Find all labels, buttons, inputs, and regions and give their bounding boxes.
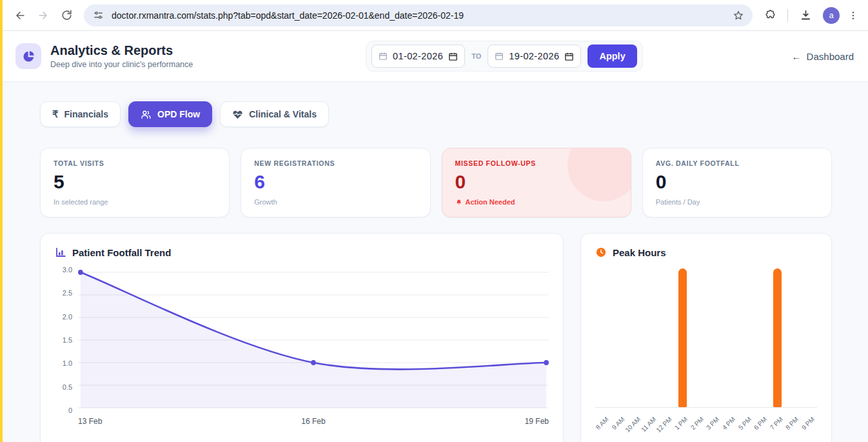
bar-slot — [675, 268, 691, 407]
stat-card-avg-footfall: AVG. DAILY FOOTFALL 0 Patients / Day — [642, 148, 832, 217]
stat-card-new-registrations: NEW REGISTRATIONS 6 Growth — [241, 148, 430, 217]
hour-tick-label: 8 AM — [595, 416, 610, 431]
hour-tick-label: 9 AM — [610, 416, 626, 431]
bar-label-slot: 4 PM — [722, 410, 738, 436]
y-tick-label: 1.0 — [63, 359, 72, 367]
peak-hour-bar — [773, 268, 782, 407]
date-picker-icon[interactable] — [564, 52, 574, 61]
calendar-icon — [379, 52, 388, 61]
bar-slot — [706, 268, 722, 407]
back-button[interactable] — [9, 5, 31, 26]
stat-value: 6 — [254, 171, 417, 192]
footfall-chart-title: Patient Footfall Trend — [55, 246, 549, 258]
bar-label-slot: 2 PM — [690, 410, 706, 436]
decorative-circle — [567, 148, 631, 201]
hour-tick-label: 8 PM — [784, 416, 800, 431]
bookmark-button[interactable] — [729, 6, 747, 25]
hour-tick-label: 7 PM — [769, 416, 784, 431]
bar-label-slot: 7 PM — [769, 410, 785, 436]
bell-icon — [455, 199, 462, 206]
hour-tick-label: 11 AM — [640, 416, 657, 433]
bar-slot — [611, 268, 627, 407]
window-highlight-border — [0, 0, 3, 442]
bookmark-star-icon — [733, 10, 744, 21]
dashboard-link[interactable]: ← Dashboard — [792, 51, 854, 62]
stat-label: TOTAL VISITS — [54, 159, 216, 167]
peak-hour-bar — [678, 268, 687, 407]
bar-slot — [722, 268, 738, 407]
page-titles: Analytics & Reports Deep dive into your … — [50, 43, 193, 69]
bar-label-slot: 5 PM — [738, 410, 754, 436]
bar-label-slot: 9 AM — [611, 410, 627, 436]
tab-clinical-vitals[interactable]: Clinical & Vitals — [220, 101, 329, 127]
site-info-icon[interactable] — [93, 10, 104, 21]
tab-financials[interactable]: ₹ Financials — [40, 101, 121, 127]
report-tabs: ₹ Financials OPD Flow Clinical & Vitals — [40, 101, 832, 127]
hour-tick-label: 9 PM — [800, 416, 816, 431]
stat-sub: Growth — [254, 198, 417, 206]
back-icon — [14, 9, 26, 22]
hour-tick-label: 4 PM — [721, 416, 736, 431]
bar-slot — [690, 268, 706, 407]
stat-card-missed-followups: MISSED FOLLOW-UPS 0 Action Needed — [442, 148, 631, 217]
bar-label-slot: 11 AM — [643, 410, 659, 436]
footfall-trend-card: Patient Footfall Trend 00.51.01.52.02.53… — [40, 233, 564, 442]
reload-button[interactable] — [55, 5, 77, 26]
stat-sub: Patients / Day — [656, 198, 818, 206]
end-date-input[interactable]: 19-02-2026 — [488, 45, 581, 68]
bar-slot — [738, 268, 754, 407]
hour-tick-label: 2 PM — [689, 416, 705, 431]
apply-button[interactable]: Apply — [587, 45, 636, 68]
bar-label-slot: 10 AM — [627, 410, 643, 436]
bar-label-slot: 3 PM — [706, 410, 722, 436]
address-bar[interactable]: doctor.rxmantra.com/stats.php?tab=opd&st… — [84, 5, 753, 26]
url-text: doctor.rxmantra.com/stats.php?tab=opd&st… — [112, 10, 729, 21]
stat-value: 0 — [656, 171, 818, 192]
toolbar-right: a — [759, 5, 860, 26]
to-label: TO — [471, 52, 481, 60]
hour-tick-label: 6 PM — [753, 416, 768, 431]
page-title: Analytics & Reports — [50, 43, 193, 58]
extensions-button[interactable] — [759, 5, 781, 26]
footfall-line-plot — [78, 270, 549, 410]
downloads-button[interactable] — [794, 5, 816, 26]
footfall-y-axis: 00.51.01.52.02.53.0 — [55, 270, 78, 410]
rupee-icon: ₹ — [52, 108, 59, 120]
stat-label: AVG. DAILY FOOTFALL — [656, 159, 818, 167]
bar-slot — [658, 268, 675, 407]
peak-hours-title: Peak Hours — [595, 246, 817, 258]
bar-label-slot: 9 PM — [802, 410, 818, 436]
date-picker-icon[interactable] — [448, 52, 458, 61]
toolbar-separator — [787, 9, 788, 22]
page-header: Analytics & Reports Deep dive into your … — [0, 31, 868, 82]
peak-hours-x-axis: 8 AM9 AM10 AM11 AM12 PM1 PM2 PM3 PM4 PM5… — [595, 410, 817, 436]
forward-button[interactable] — [32, 5, 54, 26]
peak-hours-card: Peak Hours 8 AM9 AM10 AM11 AM12 PM1 PM2 … — [580, 233, 832, 442]
bar-label-slot: 12 PM — [658, 410, 675, 436]
forward-icon — [37, 9, 50, 22]
bar-label-slot: 8 PM — [785, 410, 802, 436]
browser-menu-button[interactable] — [846, 5, 860, 26]
hour-tick-label: 5 PM — [736, 416, 752, 431]
profile-avatar[interactable]: a — [823, 7, 840, 24]
y-tick-label: 2.5 — [63, 289, 72, 297]
start-date-input[interactable]: 01-02-2026 — [371, 45, 465, 68]
bar-label-slot: 1 PM — [675, 410, 691, 436]
y-tick-label: 0 — [68, 407, 72, 414]
extensions-puzzle-icon — [764, 9, 776, 21]
y-tick-label: 2.0 — [63, 313, 72, 321]
peak-hours-bars — [595, 268, 817, 408]
back-arrow-icon: ← — [792, 51, 802, 62]
reload-icon — [61, 9, 73, 21]
stat-label: NEW REGISTRATIONS — [254, 159, 417, 167]
x-tick-label: 19 Feb — [525, 417, 549, 426]
pie-chart-icon — [22, 50, 35, 63]
y-tick-label: 1.5 — [63, 336, 72, 344]
heart-pulse-icon — [232, 109, 243, 120]
menu-dots-icon — [848, 10, 858, 21]
stat-sub: In selected range — [54, 198, 216, 206]
bar-slot — [754, 268, 770, 407]
bar-slot — [595, 268, 611, 407]
tab-opd-flow[interactable]: OPD Flow — [128, 101, 212, 127]
bar-slot — [802, 268, 818, 407]
